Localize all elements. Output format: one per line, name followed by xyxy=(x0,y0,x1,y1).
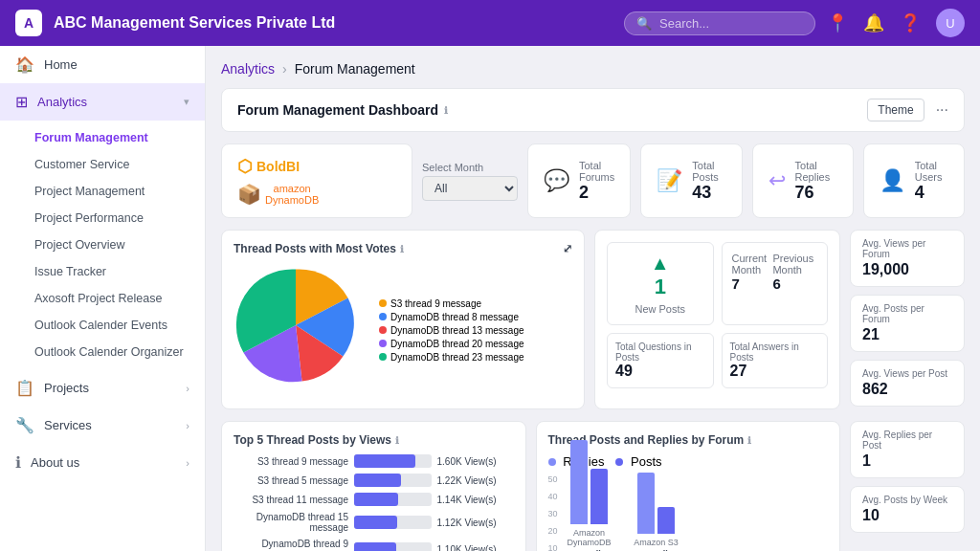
sidebar-item-services[interactable]: 🔧 Services › xyxy=(0,407,205,444)
right-stat-posts-week: Avg. Posts by Week 10 xyxy=(850,486,965,533)
right-stat-label-0: Avg. Views per Forum xyxy=(862,238,952,259)
bar-val-0: 1.60K View(s) xyxy=(437,456,514,467)
top5-title: Top 5 Thread Posts by Views ℹ xyxy=(234,433,514,447)
bar-fill-1 xyxy=(354,474,401,487)
sidebar-item-project-performance[interactable]: Project Performance xyxy=(0,205,205,231)
dynamodb-replies-bar xyxy=(570,440,588,524)
notification-icon[interactable]: 🔔 xyxy=(863,12,884,33)
select-month-label: Select Month xyxy=(422,162,518,173)
right-stat-label-3: Avg. Replies per Post xyxy=(862,430,952,451)
replies-value: 76 xyxy=(795,183,837,203)
projects-expand-icon: › xyxy=(186,383,189,394)
sidebar-item-outlook-organizer[interactable]: Outlook Calender Organizer xyxy=(0,339,205,365)
replies-icon: ↩ xyxy=(768,168,786,193)
right-stat-label-1: Avg. Posts per Forum xyxy=(862,303,952,324)
sidebar: 🏠 Home ⊞ Analytics ▾ Forum Management Cu… xyxy=(0,46,206,551)
total-questions-box: Total Questions in Posts 49 xyxy=(607,333,714,388)
bar-val-4: 1.10K View(s) xyxy=(437,544,514,552)
location-icon[interactable]: 📍 xyxy=(827,12,848,33)
boldbi-logo: ⬡ BoldBI xyxy=(237,156,319,177)
info-icon: ℹ xyxy=(15,453,21,472)
sidebar-item-project-overview[interactable]: Project Overview xyxy=(0,231,205,258)
bar-fill-3 xyxy=(354,516,397,529)
sidebar-item-issue-tracker[interactable]: Issue Tracker xyxy=(0,258,205,285)
pie-legend-item: DynamoDB thread 8 message xyxy=(379,312,524,322)
stats-row: ⬡ BoldBI 📦 amazonDynamoDB Select Month A… xyxy=(221,143,965,218)
s3-label: Amazon S3 xyxy=(633,538,680,547)
pie-expand-icon[interactable]: ⤢ xyxy=(563,242,572,255)
navbar-icons: 📍 🔔 ❓ U xyxy=(827,9,965,37)
bar-group-dynamodb-bars xyxy=(570,440,608,524)
bar-val-1: 1.22K View(s) xyxy=(437,475,514,486)
legend-dot-replies xyxy=(548,458,556,466)
sidebar-item-forum-management[interactable]: Forum Management xyxy=(0,124,205,151)
breadcrumb-separator: › xyxy=(282,61,287,77)
bar-track-4 xyxy=(354,542,432,551)
pie-container: S3 thread 9 message DynamoDB thread 8 me… xyxy=(234,263,572,397)
bar-fill-2 xyxy=(354,493,398,506)
pie-legend-item: DynamoDB thread 23 message xyxy=(379,352,524,363)
pie-chart-visual xyxy=(234,263,368,397)
right-stat-views-forum: Avg. Views per Forum 19,000 xyxy=(850,230,965,287)
dashboard-info-icon: ℹ xyxy=(444,105,448,116)
expand-icon: ▾ xyxy=(184,96,189,108)
new-posts-arrow-icon: ▲ xyxy=(617,253,703,275)
bottom-row: Top 5 Thread Posts by Views ℹ S3 thread … xyxy=(221,421,965,551)
avatar[interactable]: U xyxy=(936,9,965,37)
right-stat-val-4: 10 xyxy=(862,507,952,524)
sidebar-item-analytics[interactable]: ⊞ Analytics ▾ xyxy=(0,83,205,121)
bar-chart-items: S3 thread 9 message 1.60K View(s) S3 thr… xyxy=(234,454,514,551)
forums-icon: 💬 xyxy=(544,168,569,193)
sidebar-item-customer-service[interactable]: Customer Service xyxy=(0,151,205,178)
total-questions-value: 49 xyxy=(615,363,705,380)
bar-row-1: S3 thread 5 message 1.22K View(s) xyxy=(234,474,514,487)
month-select[interactable]: All xyxy=(422,176,518,201)
middle-row: Thread Posts with Most Votes ℹ ⤢ xyxy=(221,230,965,409)
right-stat-label-4: Avg. Posts by Week xyxy=(862,495,952,505)
sidebar-item-home[interactable]: 🏠 Home xyxy=(0,46,205,83)
search-bar[interactable]: 🔍 xyxy=(624,11,815,35)
bar-label-2: S3 thread 11 message xyxy=(234,495,348,505)
total-answers-value: 27 xyxy=(730,363,820,380)
analytics-icon: ⊞ xyxy=(15,93,28,111)
bar-row-0: S3 thread 9 message 1.60K View(s) xyxy=(234,454,514,468)
bar-fill-0 xyxy=(354,454,415,468)
bar-track-1 xyxy=(354,474,432,487)
s3-posts-bar xyxy=(657,507,675,534)
new-posts-value: 1 xyxy=(617,275,703,299)
search-input[interactable] xyxy=(659,16,793,31)
sidebar-item-project-management[interactable]: Project Management xyxy=(0,178,205,205)
sidebar-item-axosoft[interactable]: Axosoft Project Release xyxy=(0,285,205,312)
more-options-icon[interactable]: ··· xyxy=(936,101,948,119)
help-icon[interactable]: ❓ xyxy=(900,12,921,33)
breadcrumb: Analytics › Forum Management xyxy=(221,61,965,77)
dynamodb-posts-bar xyxy=(590,469,608,524)
right-stat-label-2: Avg. Views per Post xyxy=(862,368,952,379)
grouped-bars: Amazon DynamoDB 44 Replies 29 Post(s) Am… xyxy=(566,474,828,551)
bar-track-3 xyxy=(354,516,432,529)
legend-dot-1 xyxy=(379,299,387,307)
totals-row: Total Questions in Posts 49 Total Answer… xyxy=(607,333,828,388)
right-stat-val-1: 21 xyxy=(862,326,952,343)
breadcrumb-parent[interactable]: Analytics xyxy=(221,61,275,77)
sidebar-item-projects[interactable]: 📋 Projects › xyxy=(0,369,205,407)
legend-dot-2 xyxy=(379,313,387,320)
bar-label-1: S3 thread 5 message xyxy=(234,475,348,486)
dashboard-actions: Theme ··· xyxy=(867,99,948,121)
total-answers-label: Total Answers in Posts xyxy=(730,342,820,363)
s3-replies-bar xyxy=(637,473,655,534)
bar-fill-4 xyxy=(354,542,396,551)
current-month-box: Current Month 7 Previous Month 6 xyxy=(722,242,829,325)
right-stat-val-3: 1 xyxy=(862,452,952,470)
right-stats-bottom: Avg. Replies per Post 1 Avg. Posts by We… xyxy=(850,421,965,551)
app-title: ABC Management Services Private Ltd xyxy=(54,14,612,32)
sidebar-item-about[interactable]: ℹ About us › xyxy=(0,444,205,481)
posts-icon: 📝 xyxy=(657,168,682,193)
bar-track-0 xyxy=(354,454,432,468)
new-posts-label: New Posts xyxy=(617,303,703,315)
bar-group-s3-bars xyxy=(637,473,675,534)
sidebar-item-outlook-events[interactable]: Outlook Calender Events xyxy=(0,312,205,339)
legend-dot-posts xyxy=(615,458,623,466)
dashboard-title: Forum Management Dashboard ℹ xyxy=(237,102,448,118)
theme-button[interactable]: Theme xyxy=(867,99,924,121)
